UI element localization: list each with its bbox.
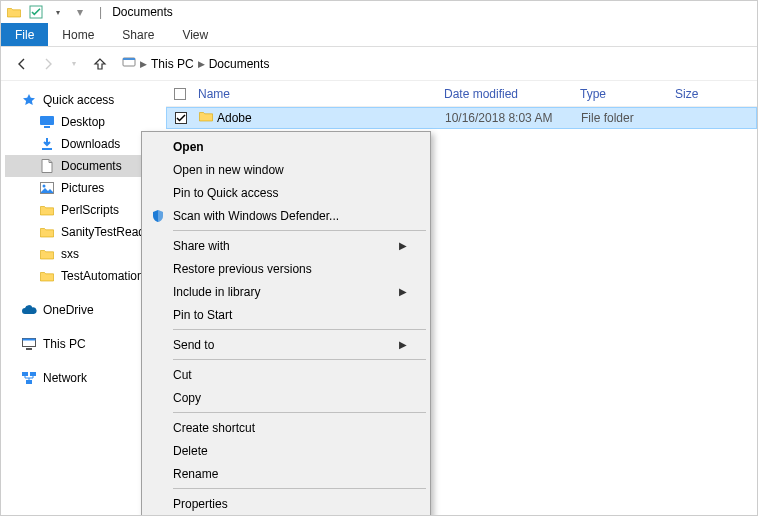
chevron-down-icon[interactable]: ▾ xyxy=(49,3,67,21)
cm-label: Pin to Start xyxy=(173,308,232,322)
tree-network[interactable]: Network xyxy=(5,367,162,389)
tree-label: Network xyxy=(43,371,87,385)
cm-label: Cut xyxy=(173,368,192,382)
qat-overflow-icon[interactable]: ▾ xyxy=(71,3,89,21)
window-title: Documents xyxy=(112,5,173,19)
cm-label: Rename xyxy=(173,467,218,481)
cm-send-to[interactable]: Send to▶ xyxy=(145,333,427,356)
tree-label: OneDrive xyxy=(43,303,94,317)
desktop-icon xyxy=(39,114,55,130)
svg-rect-10 xyxy=(26,348,32,350)
folder-icon xyxy=(39,224,55,240)
tree-item-testautomation[interactable]: TestAutomation xyxy=(5,265,162,287)
tree-item-pictures[interactable]: Pictures xyxy=(5,177,162,199)
tree-item-documents[interactable]: Documents xyxy=(5,155,162,177)
cm-open-new-window[interactable]: Open in new window xyxy=(145,158,427,181)
column-date[interactable]: Date modified xyxy=(444,87,580,101)
tree-label: PerlScripts xyxy=(61,203,119,217)
cm-pin-quick-access[interactable]: Pin to Quick access xyxy=(145,181,427,204)
tree-item-desktop[interactable]: Desktop xyxy=(5,111,162,133)
tab-view[interactable]: View xyxy=(168,23,222,46)
cm-include-library[interactable]: Include in library▶ xyxy=(145,280,427,303)
tree-item-downloads[interactable]: Downloads xyxy=(5,133,162,155)
cm-label: Copy xyxy=(173,391,201,405)
cm-separator xyxy=(173,412,426,413)
cm-scan-defender[interactable]: Scan with Windows Defender... xyxy=(145,204,427,227)
breadcrumb-part[interactable]: Documents xyxy=(209,57,270,71)
forward-button[interactable] xyxy=(37,53,59,75)
row-date: 10/16/2018 8:03 AM xyxy=(445,111,581,125)
column-headers: Name Date modified Type Size xyxy=(166,81,757,107)
star-icon xyxy=(21,92,37,108)
explorer-window: ▾ ▾ | Documents File Home Share View ▾ ▶… xyxy=(0,0,758,516)
qat-save-icon[interactable] xyxy=(27,3,45,21)
breadcrumb[interactable]: ▶ This PC ▶ Documents xyxy=(115,52,747,76)
ribbon: File Home Share View xyxy=(1,23,757,47)
tree-item-sanitytestready[interactable]: SanityTestReady xyxy=(5,221,162,243)
cm-pin-start[interactable]: Pin to Start xyxy=(145,303,427,326)
tree-this-pc[interactable]: This PC xyxy=(5,333,162,355)
document-icon xyxy=(39,158,55,174)
chevron-right-icon: ▶ xyxy=(399,339,407,350)
svg-rect-11 xyxy=(22,372,28,376)
breadcrumb-part[interactable]: This PC xyxy=(151,57,194,71)
cm-separator xyxy=(173,329,426,330)
svg-rect-3 xyxy=(40,116,54,125)
tree-onedrive[interactable]: OneDrive xyxy=(5,299,162,321)
cm-create-shortcut[interactable]: Create shortcut xyxy=(145,416,427,439)
cm-label: Delete xyxy=(173,444,208,458)
cm-open[interactable]: Open xyxy=(145,135,427,158)
tree-item-perlscripts[interactable]: PerlScripts xyxy=(5,199,162,221)
svg-point-7 xyxy=(43,185,46,188)
breadcrumb-sep-icon: ▶ xyxy=(198,59,205,69)
cm-label: Open in new window xyxy=(173,163,284,177)
quick-access-toolbar: ▾ ▾ | Documents xyxy=(1,1,757,23)
recent-dropdown[interactable]: ▾ xyxy=(63,53,85,75)
svg-rect-12 xyxy=(30,372,36,376)
cm-cut[interactable]: Cut xyxy=(145,363,427,386)
column-type[interactable]: Type xyxy=(580,87,675,101)
tree-label: sxs xyxy=(61,247,79,261)
cm-label: Share with xyxy=(173,239,230,253)
folder-icon xyxy=(39,268,55,284)
cm-label: Properties xyxy=(173,497,228,511)
cm-delete[interactable]: Delete xyxy=(145,439,427,462)
tree-label: Pictures xyxy=(61,181,104,195)
pictures-icon xyxy=(39,180,55,196)
context-menu: Open Open in new window Pin to Quick acc… xyxy=(141,131,431,516)
cm-separator xyxy=(173,230,426,231)
file-row[interactable]: Adobe 10/16/2018 8:03 AM File folder xyxy=(166,107,757,129)
nav-bar: ▾ ▶ This PC ▶ Documents xyxy=(1,47,757,81)
cm-copy[interactable]: Copy xyxy=(145,386,427,409)
cm-share-with[interactable]: Share with▶ xyxy=(145,234,427,257)
svg-rect-9 xyxy=(23,339,36,341)
cm-label: Restore previous versions xyxy=(173,262,312,276)
tree-label: TestAutomation xyxy=(61,269,144,283)
computer-icon xyxy=(21,336,37,352)
cm-label: Scan with Windows Defender... xyxy=(173,209,339,223)
tab-share[interactable]: Share xyxy=(108,23,168,46)
back-button[interactable] xyxy=(11,53,33,75)
tree-quick-access[interactable]: Quick access xyxy=(5,89,162,111)
tree-item-sxs[interactable]: sxs xyxy=(5,243,162,265)
tree-label: Downloads xyxy=(61,137,120,151)
column-name[interactable]: Name xyxy=(194,87,444,101)
chevron-right-icon: ▶ xyxy=(399,240,407,251)
up-button[interactable] xyxy=(89,53,111,75)
cm-label: Create shortcut xyxy=(173,421,255,435)
tree-label: SanityTestReady xyxy=(61,225,151,239)
column-size[interactable]: Size xyxy=(675,87,757,101)
chevron-right-icon: ▶ xyxy=(399,286,407,297)
tab-home[interactable]: Home xyxy=(48,23,108,46)
folder-icon xyxy=(39,202,55,218)
cm-properties[interactable]: Properties xyxy=(145,492,427,515)
cm-restore-previous[interactable]: Restore previous versions xyxy=(145,257,427,280)
tab-file[interactable]: File xyxy=(1,23,48,46)
tree-label: Desktop xyxy=(61,115,105,129)
network-icon xyxy=(21,370,37,386)
row-checkbox[interactable] xyxy=(167,112,195,124)
svg-rect-2 xyxy=(123,58,135,60)
cm-rename[interactable]: Rename xyxy=(145,462,427,485)
folder-icon xyxy=(39,246,55,262)
header-checkbox[interactable] xyxy=(166,88,194,100)
